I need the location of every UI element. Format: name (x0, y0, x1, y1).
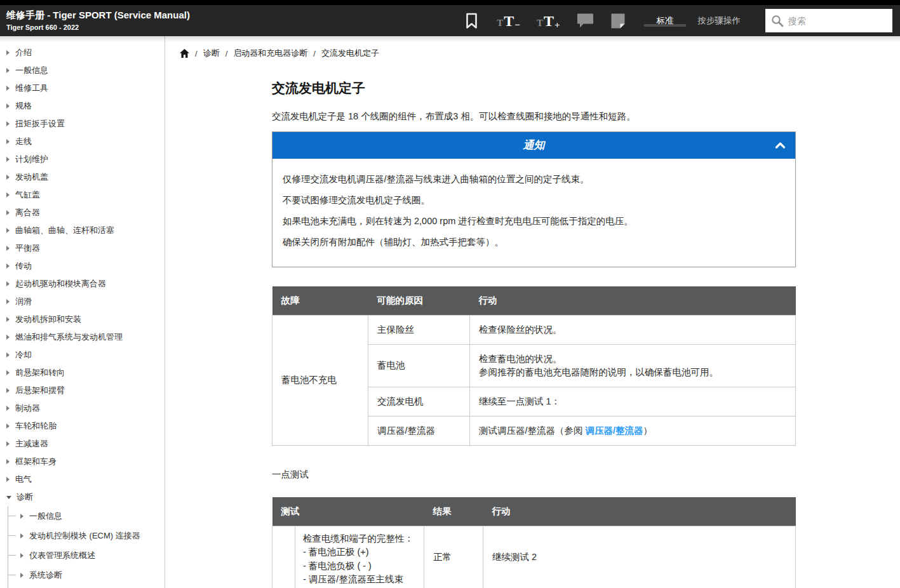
chevron-right-icon[interactable] (6, 246, 10, 251)
sidebar-item[interactable]: 诊断 (0, 488, 165, 506)
chevron-right-icon[interactable] (6, 264, 10, 269)
sidebar-item[interactable]: 车轮和轮胎 (0, 417, 165, 435)
sidebar-subitem-label: 仪表管理系统概述 (29, 551, 95, 560)
chevron-down-icon[interactable] (6, 496, 11, 499)
notes-button[interactable] (610, 13, 626, 29)
chevron-right-icon[interactable] (20, 553, 24, 558)
chevron-right-icon[interactable] (6, 299, 10, 304)
font-increase-icon-big: T (544, 13, 554, 29)
sidebar-item[interactable]: 气缸盖 (0, 186, 165, 204)
sidebar-item[interactable]: 起动机驱动和楔块离合器 (0, 275, 165, 293)
test-description-cell: 检查电缆和端子的完整性： - 蓄电池正极 (+) - 蓄电池负极 ( - ) -… (295, 526, 424, 588)
app-title: 维修手册 - Tiger SPORT (Service Manual) (6, 10, 190, 20)
chevron-right-icon[interactable] (6, 139, 10, 144)
regulator-rectifier-link[interactable]: 调压器/整流器 (586, 425, 643, 436)
chevron-right-icon[interactable] (6, 68, 10, 73)
notice-header[interactable]: 通知 (272, 132, 795, 159)
chevron-right-icon[interactable] (20, 573, 24, 578)
speech-bubble-icon (577, 13, 594, 29)
chevron-right-icon[interactable] (6, 477, 10, 482)
sidebar-item-label: 诊断 (17, 493, 33, 502)
chevron-right-icon[interactable] (6, 210, 10, 215)
chevron-right-icon[interactable] (6, 281, 10, 286)
chevron-right-icon[interactable] (6, 370, 10, 375)
sidebar-item[interactable]: 冷却 (0, 346, 165, 364)
sidebar-item[interactable]: 主减速器 (0, 435, 165, 453)
home-icon[interactable] (180, 49, 189, 58)
chevron-right-icon[interactable] (6, 352, 10, 357)
sidebar-item[interactable]: 离合器 (0, 204, 165, 222)
test-number-cell: 1 (272, 526, 295, 588)
sidebar-item[interactable]: 前悬架和转向 (0, 364, 165, 382)
font-decrease-button[interactable]: TT− (497, 13, 520, 29)
tab-step-by-step[interactable]: 按步骤操作 (686, 15, 753, 27)
chevron-right-icon[interactable] (6, 388, 10, 393)
chevron-right-icon[interactable] (6, 192, 10, 197)
sidebar-item[interactable]: 走线 (0, 133, 165, 150)
sidebar-item-label: 走线 (15, 137, 32, 146)
sidebar-item[interactable]: 发动机拆卸和安装 (0, 311, 165, 328)
sidebar-item-label: 电气 (15, 475, 32, 484)
sidebar-subitem[interactable]: 发动机控制模块 (ECM) 连接器 (8, 526, 165, 545)
sidebar-item[interactable]: 传动 (0, 257, 165, 275)
bookmark-button[interactable] (466, 13, 478, 29)
sidebar-subitem[interactable]: 仪表管理系统概述 (8, 545, 165, 565)
sidebar-item[interactable]: 制动器 (0, 399, 165, 417)
chevron-right-icon[interactable] (6, 441, 10, 446)
sidebar-item[interactable]: 规格 (0, 97, 165, 115)
test-line: - 蓄电池负极 ( - ) (303, 559, 416, 573)
chevron-right-icon[interactable] (6, 50, 10, 55)
search-box (765, 9, 892, 32)
font-increase-button[interactable]: TT+ (537, 13, 560, 29)
sidebar-item-label: 规格 (15, 102, 32, 110)
sidebar-item[interactable]: 计划维护 (0, 150, 165, 168)
notice-box: 通知 仅修理交流发电机调压器/整流器与线束进入曲轴箱的位置之间的定子线束。 不要… (272, 131, 796, 267)
chevron-right-icon[interactable] (6, 175, 10, 180)
sidebar-item-label: 燃油和排气系统与发动机管理 (15, 333, 123, 342)
sidebar-item[interactable]: 维修工具 (0, 79, 165, 97)
chevron-right-icon[interactable] (6, 424, 10, 429)
breadcrumb-item[interactable]: 交流发电机定子 (321, 48, 379, 59)
sidebar-item[interactable]: 润滑 (0, 293, 165, 311)
sidebar-item[interactable]: 电气 (0, 471, 165, 488)
chevron-right-icon[interactable] (20, 514, 24, 519)
chevron-right-icon[interactable] (6, 86, 10, 91)
chevron-right-icon[interactable] (6, 459, 10, 464)
result-cell: 正常 (424, 526, 483, 588)
tab-standard[interactable]: 标准 (645, 15, 686, 27)
sidebar-item[interactable]: 框架和车身 (0, 453, 165, 471)
breadcrumb-item[interactable]: 启动器和充电器诊断 (233, 48, 307, 59)
sidebar-item[interactable]: 燃油和排气系统与发动机管理 (0, 328, 165, 346)
chevron-right-icon[interactable] (20, 533, 24, 538)
column-header-test: 测试 (272, 497, 424, 526)
sidebar-subitem-label: 发动机控制模块 (ECM) 连接器 (29, 531, 140, 540)
collapse-button[interactable] (775, 142, 786, 149)
chevron-right-icon[interactable] (6, 121, 10, 126)
sidebar-item[interactable]: 曲轴箱、曲轴、连杆和活塞 (0, 222, 165, 239)
chevron-right-icon[interactable] (6, 104, 10, 109)
chevron-right-icon[interactable] (6, 317, 10, 322)
header-toolbar: TT− TT+ 标准 按步骤操作 (466, 5, 900, 36)
sidebar-subitem[interactable]: 一般信息 (8, 506, 165, 526)
chevron-right-icon[interactable] (6, 335, 10, 340)
chevron-right-icon[interactable] (6, 406, 10, 411)
app-header: 维修手册 - Tiger SPORT (Service Manual) Tige… (0, 5, 900, 36)
sidebar-item[interactable]: 一般信息 (0, 62, 165, 79)
sidebar-item[interactable]: 平衡器 (0, 239, 165, 257)
sidebar-item[interactable]: 后悬架和摆臂 (0, 382, 165, 399)
sidebar-item[interactable]: 介绍 (0, 44, 165, 62)
sidebar-item[interactable]: 扭矩扳手设置 (0, 115, 165, 133)
note-page-icon (610, 13, 626, 29)
comments-button[interactable] (577, 13, 594, 29)
action-line: 参阅推荐的蓄电池充电器随附的说明，以确保蓄电池可用。 (479, 366, 786, 379)
chevron-right-icon[interactable] (6, 228, 10, 233)
sidebar-item[interactable]: 发动机盖 (0, 168, 165, 186)
sidebar-item-label: 扭矩扳手设置 (15, 119, 65, 128)
sidebar-subitem[interactable]: 系统诊断 (8, 565, 165, 585)
search-input[interactable] (765, 9, 892, 32)
action-line: 检查蓄电池的状况。 (479, 352, 786, 366)
sidebar-item-label: 冷却 (15, 351, 32, 359)
chevron-right-icon[interactable] (6, 157, 10, 162)
breadcrumb-item[interactable]: 诊断 (203, 48, 220, 59)
app-title-block: 维修手册 - Tiger SPORT (Service Manual) Tige… (0, 5, 190, 36)
